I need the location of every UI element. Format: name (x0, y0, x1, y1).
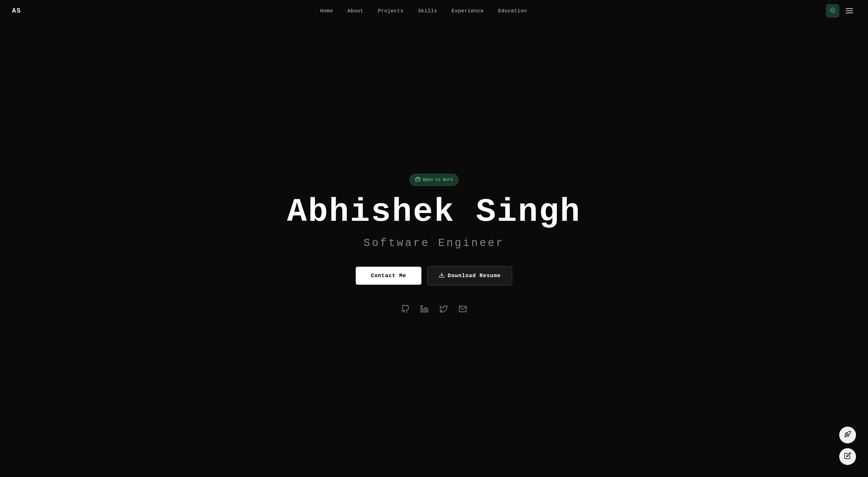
svg-line-8 (834, 8, 835, 8)
menu-line-3 (846, 12, 853, 13)
nav-item-home[interactable]: Home (320, 8, 333, 14)
github-link[interactable] (401, 305, 409, 316)
contact-me-button[interactable]: Contact Me (356, 267, 421, 285)
nav-logo: AS (12, 7, 21, 15)
nav-item-about[interactable]: About (347, 8, 364, 14)
nav-link-education[interactable]: Education (498, 8, 527, 14)
sun-icon (829, 7, 836, 15)
social-icons (401, 305, 467, 316)
rocket-icon (844, 430, 851, 440)
svg-rect-9 (415, 178, 420, 181)
nav-link-skills[interactable]: Skills (418, 8, 437, 14)
svg-line-4 (834, 12, 835, 12)
hero-buttons: Contact Me Download Resume (356, 266, 512, 286)
download-resume-button[interactable]: Download Resume (427, 266, 512, 286)
hero-section: Open to Work Abhishek Singh Software Eng… (0, 0, 868, 477)
hero-subtitle: Software Engineer (364, 237, 504, 249)
nav-item-education[interactable]: Education (498, 8, 527, 14)
github-icon (401, 305, 409, 316)
hero-name: Abhishek Singh (287, 196, 581, 229)
svg-line-7 (831, 12, 831, 12)
resume-btn-label: Download Resume (448, 273, 501, 279)
open-to-work-badge: Open to Work (409, 174, 459, 186)
nav-item-projects[interactable]: Projects (378, 8, 404, 14)
linkedin-link[interactable] (420, 305, 429, 316)
nav-link-about[interactable]: About (347, 8, 364, 14)
email-icon (459, 305, 467, 316)
email-link[interactable] (459, 305, 467, 316)
briefcase-icon (415, 176, 421, 183)
hamburger-menu-button[interactable] (843, 4, 856, 18)
navbar: AS Home About Projects Skills Experience… (0, 0, 868, 22)
edit-fab-button[interactable] (839, 448, 856, 465)
menu-line-2 (846, 10, 853, 11)
svg-rect-12 (421, 308, 422, 312)
svg-point-13 (421, 305, 422, 307)
nav-link-experience[interactable]: Experience (452, 8, 484, 14)
rocket-fab-button[interactable] (839, 426, 856, 443)
edit-icon (844, 452, 851, 461)
linkedin-icon (420, 305, 429, 316)
twitter-icon (439, 305, 448, 316)
twitter-link[interactable] (439, 305, 448, 316)
svg-line-3 (831, 8, 831, 8)
floating-actions (839, 426, 856, 465)
nav-link-home[interactable]: Home (320, 8, 333, 14)
theme-toggle-button[interactable] (826, 4, 839, 18)
nav-actions (826, 4, 856, 18)
nav-link-projects[interactable]: Projects (378, 8, 404, 14)
menu-line-1 (846, 8, 853, 9)
download-icon (439, 272, 445, 279)
svg-point-0 (831, 9, 834, 11)
nav-item-experience[interactable]: Experience (452, 8, 484, 14)
badge-label: Open to Work (423, 177, 453, 182)
nav-item-skills[interactable]: Skills (418, 8, 437, 14)
nav-links: Home About Projects Skills Experience Ed… (320, 8, 527, 14)
